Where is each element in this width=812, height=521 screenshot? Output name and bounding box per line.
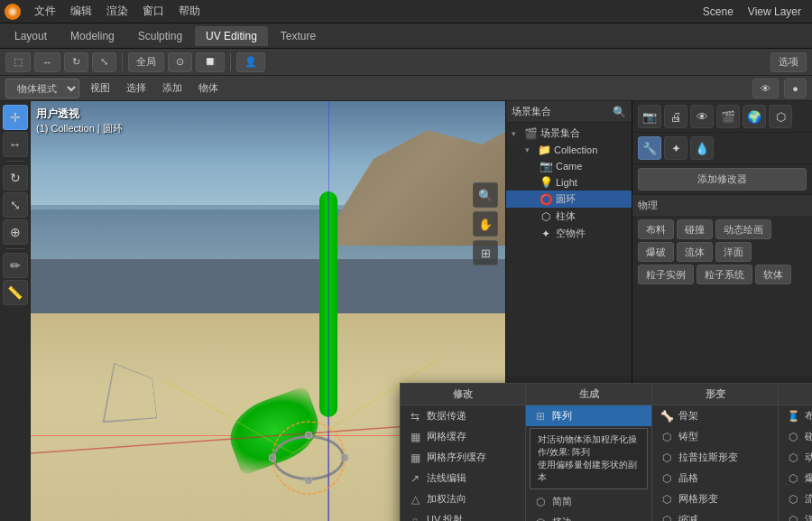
- global-btn[interactable]: 全局: [128, 52, 164, 72]
- proportional-btn[interactable]: ⊙: [168, 52, 192, 72]
- dd-fluid-dd[interactable]: ⬡ 流体: [779, 488, 812, 509]
- tree-scene-root[interactable]: ▾ 🎬 场景集合: [506, 125, 632, 142]
- output-prop-btn[interactable]: 🖨: [664, 105, 687, 128]
- add-btn[interactable]: 添加: [157, 79, 188, 97]
- laplacian-icon: ⬡: [660, 451, 674, 464]
- dd-solidify[interactable]: ⬡ 挤边: [526, 512, 651, 521]
- dd-cloth[interactable]: 🧵 布料: [779, 405, 812, 426]
- menu-help[interactable]: 帮助: [171, 2, 208, 21]
- modifier-prop-btn[interactable]: 🔧: [638, 136, 661, 160]
- select-box-btn[interactable]: ⬚: [5, 52, 31, 72]
- menu-render[interactable]: 渲染: [99, 2, 135, 21]
- physics-prop-btn[interactable]: 💧: [690, 136, 714, 160]
- dd-cast[interactable]: ⬡ 铸型: [652, 426, 778, 447]
- view-btn[interactable]: 视图: [85, 79, 115, 97]
- dd-dynamic-paint[interactable]: ⬡ 动态绘画: [779, 447, 812, 468]
- tab-texture[interactable]: Texture: [270, 26, 327, 46]
- tree-camera[interactable]: 📷 Came: [506, 158, 632, 174]
- object-mode-select[interactable]: 物体模式: [5, 79, 79, 98]
- add-modifier-btn[interactable]: 添加修改器: [638, 168, 807, 191]
- annotate-tool[interactable]: ✏: [3, 253, 28, 278]
- dd-mesh-deform[interactable]: ⬡ 网格形变: [652, 488, 778, 509]
- physics-buttons: 布料 碰撞 动态绘画 爆破 流体 洋面 粒子实例 粒子系统 软体: [632, 216, 812, 288]
- ocean-btn[interactable]: 洋面: [715, 242, 752, 262]
- physics-header[interactable]: 物理: [632, 194, 812, 216]
- cloth-btn[interactable]: 布料: [638, 219, 674, 239]
- object-prop-btn[interactable]: ⬡: [769, 105, 792, 128]
- transform-tool[interactable]: ⊕: [3, 219, 28, 245]
- tab-uv-editing[interactable]: UV Editing: [195, 26, 268, 46]
- dd-mesh-cache[interactable]: ▦ 网格缓存: [401, 426, 525, 447]
- torus-ring: [272, 435, 345, 480]
- dd-shrinkwrap[interactable]: ⬡ 缩减: [652, 509, 778, 521]
- tree-cylinder[interactable]: ⬡ 柱体: [506, 208, 632, 225]
- view-layer: View Layer: [741, 5, 808, 18]
- cylinder-icon: ⬡: [539, 210, 553, 223]
- scale-btn[interactable]: ⤡: [92, 52, 116, 72]
- dd-weighted-normal[interactable]: △ 加权法向: [401, 488, 525, 509]
- world-prop-btn[interactable]: 🌍: [743, 105, 766, 128]
- collision-btn[interactable]: 碰撞: [677, 219, 713, 239]
- tree-collection[interactable]: ▾ 📁 Collection: [506, 142, 632, 158]
- particle-instance-btn[interactable]: 粒子实例: [638, 265, 694, 284]
- scene-name: Scene: [696, 5, 741, 18]
- particle-prop-btn[interactable]: ✦: [664, 136, 687, 160]
- viewport-nav: 🔍 ✋ ⊞: [473, 182, 498, 265]
- move-btn[interactable]: ↔: [34, 52, 60, 72]
- particle-system-btn[interactable]: 粒子系统: [697, 265, 752, 284]
- fluid-btn[interactable]: 流体: [677, 242, 713, 262]
- measure-tool[interactable]: 📏: [3, 280, 28, 305]
- lattice-icon: ⬡: [660, 472, 674, 485]
- dd-explode-dd[interactable]: ⬡ 爆破: [779, 468, 812, 488]
- scene-tree-search-icon[interactable]: 🔍: [613, 106, 626, 118]
- snap-btn[interactable]: 🔲: [196, 52, 225, 72]
- overlay-btn[interactable]: 👁: [752, 79, 779, 98]
- dd-array[interactable]: ⊞ 阵列: [526, 405, 651, 426]
- tree-torus[interactable]: ⭕ 圆环: [506, 191, 632, 208]
- dd-uv-project[interactable]: ☼ UV 投射: [401, 509, 525, 521]
- dd-armature[interactable]: 🦴 骨架: [652, 405, 778, 426]
- dd-ocean-dd[interactable]: ⬡ 洋面: [779, 509, 812, 521]
- tree-light[interactable]: 💡 Light: [506, 174, 632, 191]
- dd-lattice[interactable]: ⬡ 晶格: [652, 468, 778, 488]
- move-tool[interactable]: ↔: [3, 132, 28, 157]
- rotate-btn[interactable]: ↻: [64, 52, 88, 72]
- rotate-tool[interactable]: ↻: [3, 165, 28, 191]
- grab-btn[interactable]: ✋: [473, 211, 498, 237]
- explode-btn[interactable]: 爆破: [638, 242, 674, 262]
- perspective-label: 用户透视: [36, 107, 123, 122]
- tooltip-title: 对活动物体添加程序化操作/效果: 阵列: [538, 433, 640, 459]
- dd-laplacian-deform[interactable]: ⬡ 拉普拉斯形变: [652, 447, 778, 468]
- tab-sculpting[interactable]: Sculpting: [127, 26, 193, 46]
- scale-tool[interactable]: ⤡: [3, 192, 28, 218]
- select-btn[interactable]: 选择: [121, 79, 152, 97]
- soft-body-btn[interactable]: 软体: [755, 265, 791, 284]
- options-btn[interactable]: 选项: [770, 52, 807, 72]
- fluid-dd-icon: ⬡: [786, 493, 800, 506]
- collection-label: (1) Collection | 圆环: [36, 122, 123, 135]
- dd-mesh-seq-cache[interactable]: ▦ 网格序列缓存: [401, 447, 525, 468]
- tree-empty[interactable]: ✦ 空物件: [506, 225, 632, 242]
- grid-btn[interactable]: ⊞: [473, 240, 498, 265]
- dynamic-paint-btn[interactable]: 动态绘画: [715, 219, 771, 239]
- dd-data-transfer[interactable]: ⇆ 数据传递: [401, 405, 525, 426]
- dd-collision[interactable]: ⬡ 碰撞: [779, 426, 812, 447]
- dd-normal-edit[interactable]: ↗ 法线编辑: [401, 468, 525, 488]
- view-prop-btn[interactable]: 👁: [690, 105, 714, 128]
- menu-edit[interactable]: 编辑: [63, 2, 99, 21]
- tab-modeling[interactable]: Modeling: [60, 26, 125, 46]
- tab-layout[interactable]: Layout: [4, 26, 58, 46]
- zoom-in-btn[interactable]: 🔍: [473, 182, 498, 208]
- menu-file[interactable]: 文件: [27, 2, 63, 21]
- menu-window[interactable]: 窗口: [135, 2, 171, 21]
- dd-bevel[interactable]: ⬡ 简简: [526, 491, 651, 512]
- object-btn[interactable]: 物体: [193, 79, 224, 97]
- viewport-shading-btn[interactable]: ●: [784, 79, 807, 98]
- cursor-tool[interactable]: ✛: [3, 105, 28, 130]
- armature-icon: 🦴: [660, 410, 674, 423]
- collection-icon: 📁: [537, 144, 551, 156]
- scene-prop-btn[interactable]: 🎬: [716, 105, 740, 128]
- tree-label-light: Light: [556, 177, 626, 188]
- person-btn[interactable]: 👤: [236, 52, 265, 72]
- render-prop-btn[interactable]: 📷: [638, 105, 661, 128]
